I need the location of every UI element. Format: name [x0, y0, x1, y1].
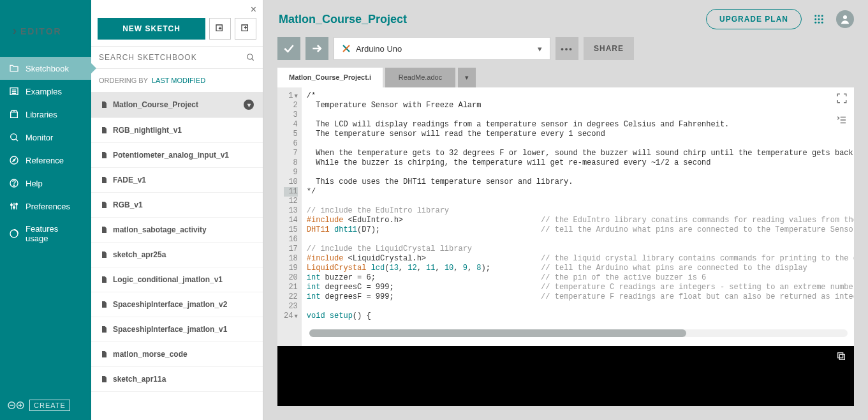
- search-icon: [246, 53, 255, 62]
- chevron-down-icon: ▾: [538, 44, 542, 54]
- nav-label: Sketchbook: [26, 64, 69, 73]
- sketch-item[interactable]: sketch_apr11a▾: [91, 367, 263, 392]
- file-icon: [100, 151, 108, 159]
- sketch-list[interactable]: Matlon_Course_Project▾RGB_nightlight_v1▾…: [91, 92, 263, 420]
- close-panel-button[interactable]: ×: [91, 0, 263, 15]
- file-icon: [100, 301, 108, 308]
- tab-readme[interactable]: ReadMe.adoc: [385, 68, 455, 87]
- main-area: Matlon_Course_Project UPGRADE PLAN Ardui…: [263, 0, 868, 420]
- list-icon: [9, 86, 19, 96]
- code-editor[interactable]: 1▼23456789101112131415161718192021222324…: [277, 87, 854, 346]
- sketch-name: FADE_v1: [113, 176, 146, 184]
- svg-line-7: [16, 139, 18, 141]
- list-icon: [836, 114, 848, 126]
- svg-point-35: [843, 15, 847, 19]
- tabs: Matlon_Course_Project.i ReadMe.adoc ▾: [277, 68, 854, 87]
- sketch-item[interactable]: RGB_v1▾: [91, 193, 263, 218]
- file-icon: [100, 176, 108, 184]
- header: Matlon_Course_Project UPGRADE PLAN: [263, 0, 868, 29]
- more-button[interactable]: •••: [555, 37, 578, 60]
- file-icon: [100, 126, 108, 134]
- svg-point-31: [821, 19, 823, 20]
- apps-icon[interactable]: [813, 13, 825, 25]
- package-icon: [9, 109, 19, 119]
- code-content[interactable]: /* Temperature Sensor with Freeze Alarm …: [302, 87, 854, 346]
- new-sketch-button[interactable]: NEW SKETCH: [98, 18, 205, 40]
- sketch-item[interactable]: Matlon_Course_Project▾: [91, 92, 263, 118]
- caret-icon: ›: [13, 24, 17, 38]
- sketch-item[interactable]: SpaceshipInterface_jmatlon_v1▾: [91, 317, 263, 342]
- tab-dropdown[interactable]: ▾: [458, 68, 476, 87]
- user-icon: [839, 13, 851, 25]
- sketch-name: matlon_morse_code: [113, 350, 188, 359]
- nav-item-reference[interactable]: Reference: [0, 149, 91, 172]
- fullscreen-button[interactable]: [836, 93, 848, 104]
- svg-point-17: [16, 203, 18, 205]
- sketch-name: SpaceshipInterface_jmatlon_v1: [113, 325, 227, 334]
- nav-item-help[interactable]: Help: [0, 172, 91, 195]
- svg-point-29: [814, 19, 816, 20]
- share-button[interactable]: SHARE: [584, 37, 634, 60]
- verify-button[interactable]: [277, 37, 300, 60]
- upload-button[interactable]: [305, 37, 328, 60]
- file-icon: [100, 101, 108, 109]
- sketch-name: Potentiometer_analog_input_v1: [113, 151, 229, 160]
- nav-item-monitor[interactable]: Monitor: [0, 126, 91, 149]
- horizontal-scrollbar[interactable]: [309, 329, 848, 337]
- sketch-item[interactable]: Logic_conditional_jmatlon_v1▾: [91, 267, 263, 292]
- svg-point-34: [821, 22, 823, 24]
- tab-sketch[interactable]: Matlon_Course_Project.i: [277, 68, 383, 87]
- nav-label: Help: [26, 179, 43, 188]
- sketch-item[interactable]: sketch_apr25a▾: [91, 243, 263, 267]
- sketchbook-panel: × NEW SKETCH ORDERING BY LAST MODIFIED M…: [91, 0, 263, 420]
- ordering-label: ORDERING BY LAST MODIFIED: [91, 69, 263, 92]
- arduino-logo-icon: [6, 400, 26, 410]
- export-button[interactable]: [235, 18, 256, 40]
- svg-point-15: [11, 204, 13, 206]
- nav-item-features-usage[interactable]: Features usage: [0, 218, 91, 250]
- sketch-item[interactable]: SpaceshipInterface_jmatlon_v2▾: [91, 292, 263, 317]
- svg-point-33: [818, 22, 820, 24]
- svg-rect-4: [11, 112, 18, 118]
- sketch-item[interactable]: Potentiometer_analog_input_v1▾: [91, 143, 263, 168]
- sketch-name: Logic_conditional_jmatlon_v1: [113, 275, 223, 284]
- console: [277, 346, 854, 406]
- line-gutter: 1▼23456789101112131415161718192021222324…: [277, 87, 302, 346]
- file-icon: [100, 276, 108, 283]
- scroll-thumb[interactable]: [309, 329, 686, 337]
- svg-point-28: [821, 15, 823, 17]
- sketch-item[interactable]: matlon_sabotage_activity▾: [91, 218, 263, 243]
- svg-point-30: [818, 19, 820, 20]
- nav-item-libraries[interactable]: Libraries: [0, 103, 91, 126]
- svg-rect-40: [839, 354, 844, 359]
- sketch-item[interactable]: RGB_nightlight_v1▾: [91, 118, 263, 143]
- nav-label: Examples: [26, 87, 62, 96]
- sliders-icon: [9, 201, 19, 211]
- svg-point-27: [818, 15, 820, 17]
- copy-output-button[interactable]: [836, 351, 846, 361]
- nav-item-sketchbook[interactable]: Sketchbook: [0, 57, 91, 80]
- svg-point-8: [10, 156, 18, 164]
- ordering-link[interactable]: LAST MODIFIED: [152, 77, 205, 84]
- outline-button[interactable]: [836, 114, 848, 126]
- svg-point-32: [814, 22, 816, 24]
- nav-label: Reference: [26, 156, 64, 165]
- compass-icon: [9, 155, 19, 165]
- import-button[interactable]: [209, 18, 231, 40]
- file-icon: [100, 201, 108, 209]
- nav-item-preferences[interactable]: Preferences: [0, 195, 91, 218]
- check-icon: [283, 42, 295, 55]
- create-badge: CREATE: [0, 393, 91, 420]
- board-select[interactable]: Arduino Uno ▾: [334, 37, 550, 60]
- svg-point-6: [11, 134, 17, 140]
- avatar[interactable]: [836, 10, 854, 28]
- sketch-name: Matlon_Course_Project: [113, 100, 198, 109]
- sketch-item[interactable]: FADE_v1▾: [91, 168, 263, 193]
- nav-label: Features usage: [26, 224, 82, 243]
- upgrade-plan-button[interactable]: UPGRADE PLAN: [706, 9, 802, 29]
- search-icon: [9, 132, 19, 142]
- sketch-item[interactable]: matlon_morse_code▾: [91, 342, 263, 367]
- nav-item-examples[interactable]: Examples: [0, 80, 91, 103]
- sketch-more-icon[interactable]: ▾: [244, 100, 254, 110]
- search-input[interactable]: [99, 53, 246, 62]
